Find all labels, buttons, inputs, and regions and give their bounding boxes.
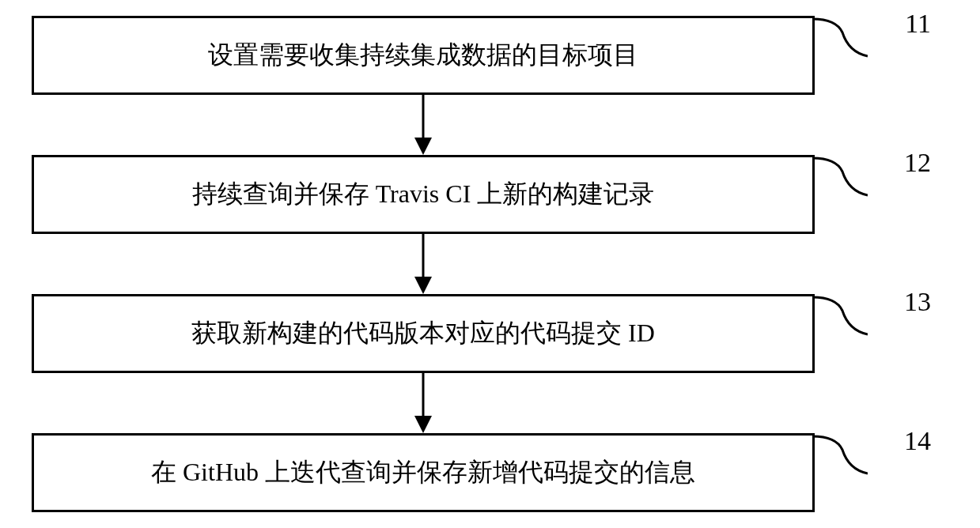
step-text: 设置需要收集持续集成数据的目标项目 <box>208 38 638 73</box>
step-number-label: 11 <box>905 9 931 39</box>
step-connector-curve <box>812 17 868 60</box>
flowchart: 设置需要收集持续集成数据的目标项目 11 持续查询并保存 Travis CI 上… <box>32 16 949 512</box>
step-text: 在 GitHub 上迭代查询并保存新增代码提交的信息 <box>151 455 695 490</box>
step-box-11: 设置需要收集持续集成数据的目标项目 11 <box>32 16 815 95</box>
step-connector-curve <box>812 156 868 199</box>
step-number-label: 14 <box>904 426 931 456</box>
step-connector-curve <box>812 434 868 477</box>
arrow-down-icon <box>411 95 435 155</box>
step-text: 获取新构建的代码版本对应的代码提交 ID <box>191 316 655 351</box>
arrow-down <box>32 234 815 294</box>
step-box-12: 持续查询并保存 Travis CI 上新的构建记录 12 <box>32 155 815 234</box>
arrow-down-icon <box>411 373 435 433</box>
svg-marker-1 <box>414 138 432 155</box>
step-text: 持续查询并保存 Travis CI 上新的构建记录 <box>192 177 655 212</box>
step-box-13: 获取新构建的代码版本对应的代码提交 ID 13 <box>32 294 815 373</box>
step-connector-curve <box>812 295 868 338</box>
step-box-14: 在 GitHub 上迭代查询并保存新增代码提交的信息 14 <box>32 433 815 512</box>
arrow-down-icon <box>411 234 435 294</box>
arrow-down <box>32 95 815 155</box>
svg-marker-5 <box>414 416 432 433</box>
step-number-label: 12 <box>904 148 931 178</box>
step-number-label: 13 <box>904 287 931 317</box>
arrow-down <box>32 373 815 433</box>
svg-marker-3 <box>414 277 432 294</box>
